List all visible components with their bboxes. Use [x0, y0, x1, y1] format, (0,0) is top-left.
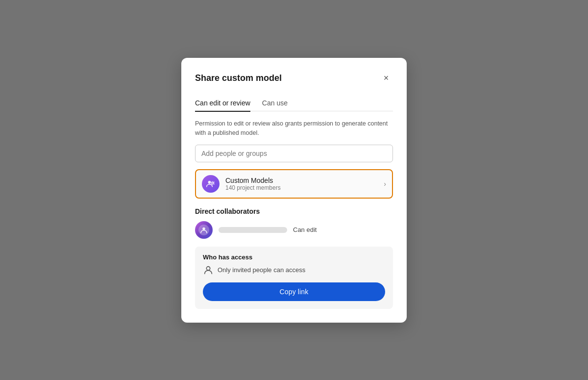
access-label: Only invited people can access — [218, 266, 305, 274]
svg-line-7 — [214, 182, 215, 182]
search-input[interactable] — [195, 145, 393, 162]
tabs-container: Can edit or review Can use — [195, 95, 393, 112]
svg-point-0 — [208, 180, 211, 183]
group-members: 140 project members — [225, 184, 384, 191]
person-icon — [203, 265, 214, 276]
svg-line-4 — [211, 182, 212, 182]
group-name: Custom Models — [225, 177, 384, 184]
tab-edit[interactable]: Can edit or review — [195, 95, 250, 112]
access-box: Who has access Only invited people can a… — [195, 247, 393, 309]
close-button[interactable]: × — [379, 72, 393, 85]
overlay: Share custom model × Can edit or review … — [0, 0, 588, 380]
group-icon — [202, 175, 220, 193]
svg-point-1 — [212, 182, 214, 184]
access-row: Only invited people can access — [203, 265, 385, 276]
permission-description: Permission to edit or review also grants… — [195, 119, 393, 138]
collaborator-name-bar — [219, 227, 287, 233]
avatar — [195, 221, 213, 239]
avatar-inner — [198, 225, 209, 235]
dialog-title: Share custom model — [195, 73, 282, 83]
group-row[interactable]: Custom Models 140 project members › — [195, 169, 393, 199]
group-info: Custom Models 140 project members — [225, 177, 384, 191]
chevron-right-icon: › — [384, 180, 386, 188]
share-dialog: Share custom model × Can edit or review … — [181, 58, 407, 323]
tab-use[interactable]: Can use — [262, 95, 288, 112]
svg-point-9 — [206, 266, 210, 270]
collaborator-row: Can edit — [195, 221, 393, 239]
direct-collaborators-title: Direct collaborators — [195, 207, 393, 215]
dialog-header: Share custom model × — [195, 72, 393, 85]
svg-line-5 — [214, 183, 215, 184]
svg-point-8 — [202, 227, 205, 230]
copy-link-button[interactable]: Copy link — [203, 282, 385, 301]
svg-line-6 — [211, 183, 212, 184]
collaborator-permission: Can edit — [293, 226, 317, 233]
who-has-access-title: Who has access — [203, 253, 385, 261]
